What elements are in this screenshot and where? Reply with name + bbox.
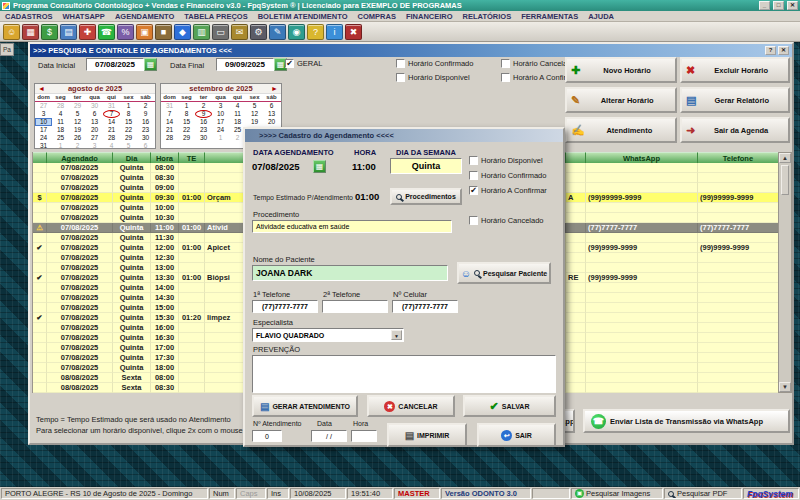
scroll-thumb[interactable] bbox=[781, 165, 789, 195]
filter-check-1[interactable]: Horário Confirmado bbox=[396, 59, 473, 68]
start-date-input[interactable]: 07/08/2025 bbox=[86, 58, 144, 71]
calendar-day[interactable]: 4 bbox=[103, 142, 120, 150]
search-images-button[interactable]: ▣ Pesquisar Imagens bbox=[571, 488, 663, 499]
calendar-day[interactable]: 4 bbox=[229, 102, 246, 110]
calendar-day[interactable]: 6 bbox=[263, 102, 280, 110]
send-broadcast-whatsapp-button[interactable]: ☎ Enviar Lista de Transmissão via WhatsA… bbox=[583, 409, 790, 433]
calendar-day[interactable]: 2 bbox=[69, 142, 86, 150]
calendar-day[interactable]: 30 bbox=[195, 134, 212, 142]
new-schedule-button[interactable]: ✚ Novo Horário bbox=[565, 57, 677, 83]
menu-item-tabela-pre-os[interactable]: TABELA PREÇOS bbox=[179, 12, 252, 21]
report-button[interactable]: ▤ Gerar Relatório bbox=[680, 87, 790, 113]
patients-icon[interactable]: ☺ bbox=[3, 24, 20, 40]
print-button[interactable]: ▤ IMPRIMIR bbox=[387, 423, 467, 447]
search-pdf-button[interactable]: Pesquisar PDF bbox=[664, 488, 742, 499]
calendar-day[interactable]: 3 bbox=[35, 110, 52, 118]
exit-agenda-button[interactable]: ➜ Sair da Agenda bbox=[680, 117, 790, 143]
calendar-day[interactable]: 21 bbox=[161, 126, 178, 134]
stock-icon[interactable]: ■ bbox=[155, 24, 172, 40]
calendar-day[interactable]: 2 bbox=[137, 102, 154, 110]
calendar-day[interactable]: 29 bbox=[120, 134, 137, 142]
calendar-day[interactable]: 7 bbox=[103, 110, 120, 118]
column-header-phone[interactable]: Telefone bbox=[698, 152, 779, 163]
calendar-day[interactable]: 24 bbox=[35, 134, 52, 142]
patient-name-input[interactable]: JOANA DARK bbox=[252, 265, 448, 281]
delete-schedule-button[interactable]: ✖ Excluir Horário bbox=[680, 57, 790, 83]
window-close-button[interactable]: ✕ bbox=[778, 46, 789, 55]
calendar-day[interactable]: 9 bbox=[137, 110, 154, 118]
attendance-button[interactable]: ✍ Atendimento bbox=[565, 117, 677, 143]
calendar-day[interactable]: 22 bbox=[178, 126, 195, 134]
calendar-day[interactable]: 20 bbox=[86, 126, 103, 134]
cell-input[interactable]: (77)7777-7777 bbox=[392, 300, 458, 313]
calendar-day[interactable]: 26 bbox=[69, 134, 86, 142]
modal-check-2[interactable]: ✔Horário A Confirmar bbox=[469, 186, 547, 195]
procedures-button[interactable]: Procedimentos bbox=[390, 188, 462, 205]
side-panel-tab[interactable]: Pa bbox=[0, 43, 14, 56]
calendar-day[interactable]: 31 bbox=[35, 142, 52, 150]
calendar-day[interactable]: 28 bbox=[103, 134, 120, 142]
calendar-day[interactable]: 28 bbox=[161, 134, 178, 142]
exit-button[interactable]: ↩ SAIR bbox=[477, 423, 556, 447]
calendar-day[interactable]: 3 bbox=[212, 102, 229, 110]
menu-item-boletim-atendimento[interactable]: BOLETIM ATENDIMENTO bbox=[253, 12, 353, 21]
procedures-icon[interactable]: ✚ bbox=[79, 24, 96, 40]
budget-icon[interactable]: ▤ bbox=[60, 24, 77, 40]
calendar-day[interactable]: 1 bbox=[178, 102, 195, 110]
appointment-time-value[interactable]: 11:00 bbox=[352, 161, 376, 172]
cancel-button[interactable]: ✖ CANCELAR bbox=[367, 395, 455, 417]
attendance-num-input[interactable]: 0 bbox=[252, 430, 282, 442]
calendar-day[interactable]: 8 bbox=[178, 110, 195, 118]
calendar-day[interactable]: 1 bbox=[52, 142, 69, 150]
calendar-day[interactable]: 8 bbox=[120, 110, 137, 118]
scroll-down-icon[interactable]: ▼ bbox=[779, 382, 791, 392]
calendar-day[interactable]: 16 bbox=[195, 118, 212, 126]
calendar-day[interactable]: 15 bbox=[120, 118, 137, 126]
column-header-te[interactable]: TE bbox=[179, 152, 205, 163]
calendar-day[interactable]: 9 bbox=[195, 110, 212, 118]
calendar-day[interactable]: 1 bbox=[120, 102, 137, 110]
calendar-next-icon[interactable]: ► bbox=[271, 84, 278, 94]
edit-schedule-button[interactable]: ✎ Alterar Horário bbox=[565, 87, 677, 113]
menu-item-relat-rios[interactable]: RELATÓRIOS bbox=[458, 12, 517, 21]
calendar-day[interactable]: 19 bbox=[69, 126, 86, 134]
calendar-day[interactable]: 14 bbox=[161, 118, 178, 126]
filter-check-0[interactable]: ✔GERAL bbox=[285, 59, 322, 68]
filter-check-3[interactable]: Horário Disponível bbox=[396, 73, 470, 82]
calendar-day[interactable]: 11 bbox=[229, 110, 246, 118]
appointment-date-value[interactable]: 07/08/2025 bbox=[252, 161, 300, 172]
exit-icon[interactable]: ✖ bbox=[345, 24, 362, 40]
prices-icon[interactable]: % bbox=[117, 24, 134, 40]
calendar-day[interactable]: 31 bbox=[103, 102, 120, 110]
table-scrollbar[interactable]: ▲ ▼ bbox=[778, 152, 792, 393]
calendar-day[interactable]: 12 bbox=[246, 110, 263, 118]
calendar-day[interactable]: 15 bbox=[178, 118, 195, 126]
phone2-input[interactable] bbox=[322, 300, 388, 313]
calendar-day[interactable]: 14 bbox=[103, 118, 120, 126]
calendar-day[interactable]: 30 bbox=[86, 102, 103, 110]
modal-check-1[interactable]: Horário Confirmado bbox=[469, 171, 546, 180]
estimated-time-value[interactable]: 01:00 bbox=[355, 191, 379, 202]
menu-item-cadastros[interactable]: CADASTROS bbox=[0, 12, 58, 21]
calendar-day[interactable]: 5 bbox=[120, 142, 137, 150]
menu-item-whatsapp[interactable]: WHATSAPP bbox=[58, 12, 110, 21]
calendar-day[interactable]: 23 bbox=[137, 126, 154, 134]
images-icon[interactable]: ◉ bbox=[288, 24, 305, 40]
scroll-up-icon[interactable]: ▲ bbox=[779, 153, 791, 163]
calendar-day[interactable]: 27 bbox=[35, 102, 52, 110]
calendar-day[interactable]: 29 bbox=[69, 102, 86, 110]
calendar-day[interactable]: 31 bbox=[161, 102, 178, 110]
menu-item-agendamento[interactable]: AGENDAMENTO bbox=[110, 12, 179, 21]
calendar-day[interactable]: 22 bbox=[120, 126, 137, 134]
prevention-textarea[interactable] bbox=[252, 355, 556, 393]
calendar-day[interactable]: 16 bbox=[137, 118, 154, 126]
calendar-day[interactable]: 28 bbox=[52, 102, 69, 110]
calendar-day[interactable]: 3 bbox=[86, 142, 103, 150]
modal-check-3[interactable]: Horário Cancelado bbox=[469, 216, 544, 225]
window-help-button[interactable]: ? bbox=[765, 46, 776, 55]
calendar-day[interactable]: 10 bbox=[212, 110, 229, 118]
calendar-day[interactable]: 29 bbox=[178, 134, 195, 142]
calendar-day[interactable]: 24 bbox=[212, 126, 229, 134]
finance-icon[interactable]: ◆ bbox=[174, 24, 191, 40]
modal-check-0[interactable]: Horário Disponível bbox=[469, 156, 543, 165]
